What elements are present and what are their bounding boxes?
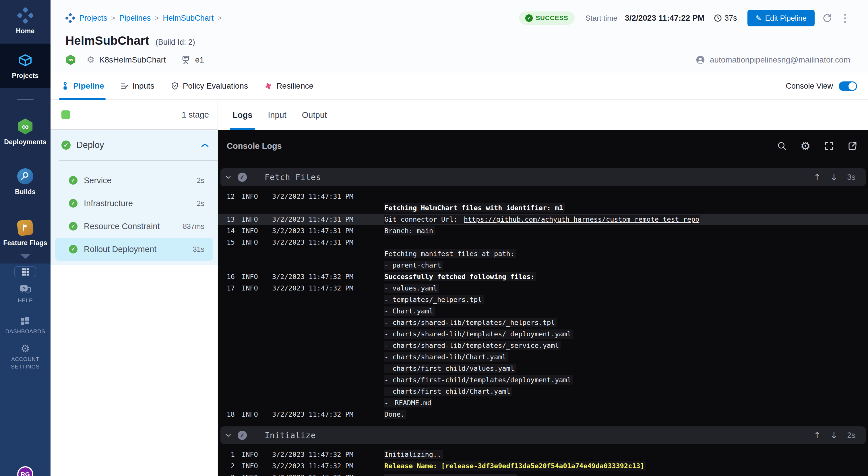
open-in-new-icon[interactable] [847,141,858,151]
service-name[interactable]: K8sHelmSubChart [99,55,166,65]
edit-pipeline-button[interactable]: ✎ Edit Pipeline [747,10,815,26]
search-icon[interactable] [777,141,787,151]
log-line: 18INFO3/2/2023 11:47:32 PMDone. [218,409,868,420]
start-time-value: 3/2/2023 11:47:22 PM [625,13,704,23]
log-line: - charts/first-child/Chart.yaml [218,386,868,397]
blocks-icon [20,316,31,326]
run-meta: ✓ SUCCESS Start time 3/2/2023 11:47:22 P… [519,10,850,26]
log-line-number: 17 [224,284,235,292]
log-line: - parent-chart [218,260,868,271]
pipeline-tabs: Pipeline Inputs Policy Evaluations Resil… [51,73,868,100]
console-view-label: Console View [786,82,833,91]
scroll-to-top-button[interactable]: ↑ [814,173,820,181]
log-message: - charts/first-child/templates/deploymen… [384,376,573,384]
breadcrumb-link-pipelines[interactable]: Pipelines [119,14,151,23]
fullscreen-icon[interactable] [824,141,834,151]
log-text: - charts/first-child/templates/deploymen… [384,375,573,384]
log-section-header[interactable]: ✓Initialize↑↓2s [220,427,866,444]
user-info: automationpipelinesng@mailinator.com [695,55,850,65]
cd-hexagon-icon: ∞ [17,118,33,134]
tab-resilience[interactable]: Resilience [264,73,313,100]
stage-header-deploy[interactable]: ✓ Deploy [51,130,218,160]
log-level: INFO [242,227,265,235]
sidebar-item-projects[interactable]: Projects [0,43,51,88]
log-text: - values.yaml [384,283,439,293]
module-picker-button[interactable] [14,266,36,277]
tab-logs[interactable]: Logs [232,100,252,130]
sidebar-item-label: Feature Flags [3,239,47,247]
breadcrumb-link-projects[interactable]: Projects [79,14,107,23]
gear-icon: ⚙ [21,343,30,354]
log-line-number: 2 [224,462,235,470]
console-view-control: Console View [786,81,868,91]
step-rollout-deployment[interactable]: ✓ Rollout Deployment 31s [55,238,213,261]
sidebar-item-account-settings[interactable]: ⚙ ACCOUNT SETTINGS [8,343,42,370]
step-duration: 31s [193,245,205,253]
log-link[interactable]: https://github.com/achyuth-harness/custo… [463,215,700,224]
service-gear-icon: ⚙ [87,55,95,65]
log-text: - charts/first-child/Chart.yaml [384,387,512,396]
refresh-button[interactable] [822,13,832,23]
stage-panel: 1 stage ✓ Deploy ✓ Service [51,100,218,476]
pipeline-icon [61,82,69,90]
environment-name[interactable]: e1 [195,55,204,65]
sidebar-item-home[interactable]: Home [0,0,51,35]
sidebar: Home Projects ∞ Deployments Builds [0,0,51,476]
log-timestamp: 3/2/2023 11:47:31 PM [272,227,358,235]
log-message: Fetching manifest files at path: [384,250,516,258]
scroll-to-bottom-button[interactable]: ↓ [830,173,837,181]
breadcrumb-link-pipeline-name[interactable]: HelmSubChart [163,14,214,23]
tab-output[interactable]: Output [302,100,327,130]
log-text: Branch: main [384,226,435,235]
log-line: 2INFO3/2/2023 11:47:32 PMRelease Name: [… [218,460,868,472]
log-level: INFO [242,462,265,470]
user-email: automationpipelinesng@mailinator.com [710,55,850,65]
log-text: - parent-chart [384,261,443,270]
log-timestamp: 3/2/2023 11:47:32 PM [272,284,358,292]
step-resource-constraint[interactable]: ✓ Resource Constraint 837ms [51,215,218,238]
user-avatar[interactable]: RG [17,466,33,476]
log-message: Git connector Url: https://github.com/ac… [384,215,700,224]
step-service[interactable]: ✓ Service 2s [51,169,218,192]
sidebar-item-deployments[interactable]: ∞ Deployments [0,118,51,146]
log-line: 1INFO3/2/2023 11:47:32 PMInitializing.. [218,449,868,460]
modules-collapse-chevron-icon[interactable] [20,254,30,259]
log-line-number: 14 [224,227,235,235]
log-message: - Chart.yaml [384,307,435,315]
flag-icon [17,219,34,236]
log-message: Branch: main [384,227,435,235]
step-infrastructure[interactable]: ✓ Infrastructure 2s [51,192,218,215]
log-level: INFO [242,450,265,458]
cd-module-icon: ∞ [65,55,76,65]
log-timestamp: 3/2/2023 11:47:31 PM [272,193,358,200]
log-message: - charts/first-child/Chart.yaml [384,387,512,396]
grid-icon [22,268,29,276]
log-text: Fetching manifest files at path: [384,249,516,258]
log-line: 12INFO3/2/2023 11:47:31 PM [218,191,868,202]
sidebar-item-dashboards[interactable]: DASHBOARDS [5,316,45,335]
sidebar-item-help[interactable]: ? HELP [18,284,33,304]
log-timestamp: 3/2/2023 11:47:32 PM [272,462,358,470]
sidebar-item-feature-flags[interactable]: Feature Flags [0,220,51,247]
log-link[interactable]: README.md [394,398,432,407]
sidebar-item-builds[interactable]: Builds [0,168,51,196]
log-message: Release Name: [release-3df3e9edf13da5e20… [384,462,646,470]
log-text: - Chart.yaml [384,307,435,316]
log-line: Fetching HelmChart files with identifier… [218,202,868,214]
log-text: Release Name: [release-3df3e9edf13da5e20… [384,462,646,471]
tab-policy-evaluations[interactable]: Policy Evaluations [170,73,248,100]
console-view-toggle[interactable] [839,81,857,91]
settings-gear-icon[interactable]: ⚙ [800,140,811,152]
project-diamond-icon [65,13,75,23]
tab-pipeline[interactable]: Pipeline [61,73,104,100]
log-section-header[interactable]: ✓Fetch Files↑↓3s [220,168,866,186]
log-message: - charts/shared-lib/templates/_helpers.t… [384,318,557,327]
more-options-button[interactable]: ⋮ [840,12,850,24]
tab-input[interactable]: Input [268,100,286,130]
scroll-to-bottom-button[interactable]: ↓ [830,431,837,440]
scroll-to-top-button[interactable]: ↑ [814,431,820,440]
step-duration: 837ms [183,222,205,231]
log-level: INFO [242,410,265,418]
tab-inputs[interactable]: Inputs [120,73,154,100]
clock-icon [714,14,722,22]
